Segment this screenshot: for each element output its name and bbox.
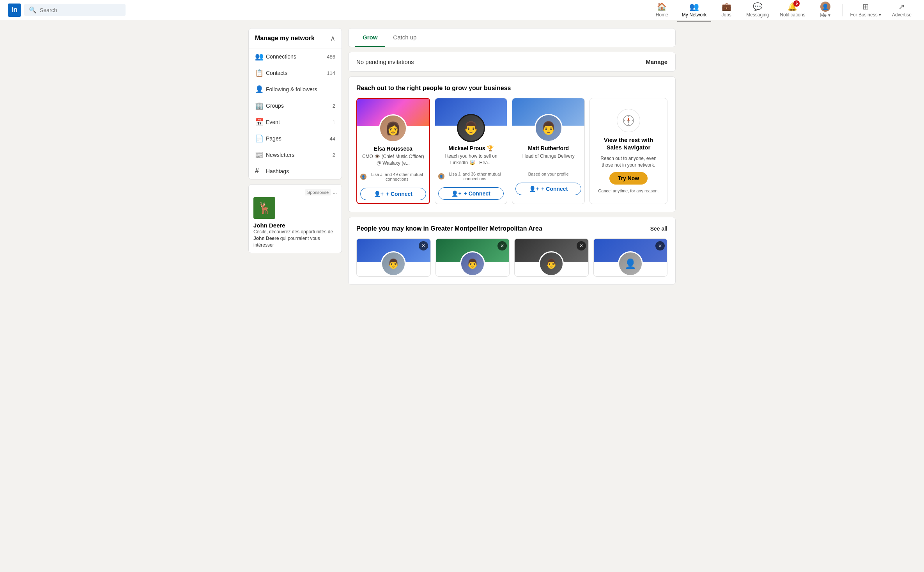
nav-item-my-network[interactable]: 👥 My Network [677, 0, 711, 21]
messaging-icon: 💬 [753, 2, 763, 11]
search-icon: 🔍 [29, 6, 37, 14]
nav-item-jobs[interactable]: 💼 Jobs [713, 0, 740, 21]
sidebar-item-following[interactable]: 👤 Following & followers [249, 81, 342, 98]
nav-label-jobs: Jobs [722, 12, 731, 18]
tabs-row: Grow Catch up [355, 28, 669, 47]
sidebar-item-contacts[interactable]: 📋 Contacts 114 [249, 65, 342, 81]
notifications-badge: 6 [793, 0, 800, 7]
elsa-name: Elsa Rousseca [371, 146, 416, 152]
person-card-matt: 👨 Matt Rutherford Head of Change Deliver… [512, 98, 585, 204]
know-avatar-1: 👨 [381, 251, 406, 276]
connect-button-mickael[interactable]: 👤+ + Connect [438, 187, 504, 200]
sidebar-item-events[interactable]: 📅 Event 1 [249, 114, 342, 130]
hashtags-icon: # [255, 167, 266, 175]
nav-label-messaging: Messaging [746, 12, 769, 18]
nav-item-notifications[interactable]: 🔔 6 Notifications [775, 0, 810, 21]
know-close-button-1[interactable]: ✕ [419, 241, 428, 250]
nav-label-notifications: Notifications [780, 12, 805, 18]
pages-icon: 📄 [255, 134, 266, 143]
sponsor-badge-text: Sponsorisé [305, 189, 331, 195]
sales-nav-description: Reach out to anyone, even those not in y… [596, 155, 661, 169]
know-close-button-3[interactable]: ✕ [577, 241, 586, 250]
people-cards: 👩 Elsa Rousseca CMO 👁️ (Chief Music Offi… [356, 98, 667, 204]
contacts-count: 114 [327, 70, 335, 76]
know-person-card-1: ✕ 👨 [356, 238, 431, 277]
connect-icon-elsa: 👤+ [374, 191, 384, 197]
for-business-icon: ⊞ [862, 2, 869, 11]
invitations-card: No pending invitations Manage [348, 52, 676, 72]
sponsor-logo: 🦌 [253, 197, 275, 219]
try-now-button[interactable]: Try Now [609, 172, 648, 185]
person-card-elsa: 👩 Elsa Rousseca CMO 👁️ (Chief Music Offi… [356, 98, 430, 204]
events-label: Event [266, 119, 333, 125]
events-icon: 📅 [255, 118, 266, 126]
events-count: 1 [333, 119, 335, 125]
nav-label-me: Me ▾ [820, 12, 830, 18]
nav-item-for-business[interactable]: ⊞ For Business ▾ [846, 0, 886, 21]
sidebar-item-groups[interactable]: 🏢 Groups 2 [249, 98, 342, 114]
person-card-mickael: 👨 Mickael Prous 🏆 I teach you how to sel… [435, 98, 508, 204]
me-avatar: 👤 [820, 2, 830, 12]
know-close-button-2[interactable]: ✕ [497, 241, 507, 250]
sponsor-dots[interactable]: ... [333, 189, 337, 195]
sponsor-name: John Deere [253, 222, 337, 229]
nav-item-home[interactable]: 🏠 Home [648, 0, 676, 21]
following-label: Following & followers [266, 86, 335, 92]
sponsor-card: Sponsorisé ... 🦌 John Deere Cécile, déco… [248, 184, 342, 253]
sponsor-brand: John Deere [253, 236, 279, 241]
sidebar-item-hashtags[interactable]: # Hashtags [249, 163, 342, 179]
manage-network-header[interactable]: Manage my network ∧ [249, 28, 342, 48]
connect-button-matt[interactable]: 👤+ + Connect [515, 183, 581, 195]
know-avatar-2: 👨 [460, 251, 485, 276]
search-bar[interactable]: 🔍 [24, 4, 126, 16]
invitations-text: No pending invitations [356, 59, 414, 65]
main-nav: 🏠 Home 👥 My Network 💼 Jobs 💬 Messaging 🔔… [648, 0, 916, 22]
sales-cancel-text: Cancel anytime, for any reason. [598, 188, 658, 193]
grow-card-title: Reach out to the right people to grow yo… [356, 85, 667, 92]
sidebar-item-newsletters[interactable]: 📰 Newsletters 2 [249, 147, 342, 163]
tab-catchup[interactable]: Catch up [385, 28, 424, 47]
sales-nav-title: View the rest with Sales Navigator [596, 136, 661, 151]
advertise-icon: ↗ [898, 2, 905, 11]
main-layout: Manage my network ∧ 👥 Connections 486 📋 … [242, 28, 682, 285]
people-you-may-know-card: People you may know in Greater Montpelli… [348, 217, 676, 285]
know-card-header: People you may know in Greater Montpelli… [356, 225, 667, 232]
know-close-button-4[interactable]: ✕ [655, 241, 665, 250]
sponsor-description: Cécile, découvrez des opportunités de Jo… [253, 229, 337, 248]
know-avatar-3: 👨 [539, 251, 564, 276]
sales-navigator-card: View the rest with Sales Navigator Reach… [589, 98, 667, 204]
manage-network-card: Manage my network ∧ 👥 Connections 486 📋 … [248, 28, 342, 179]
newsletters-label: Newsletters [266, 152, 333, 158]
sidebar-item-pages[interactable]: 📄 Pages 44 [249, 130, 342, 147]
my-network-icon: 👥 [689, 2, 699, 11]
linkedin-logo[interactable]: in [8, 4, 21, 17]
chevron-up-icon: ∧ [330, 34, 335, 43]
elsa-mutual: 👤 Lisa J. and 49 other mutual connection… [357, 172, 429, 185]
know-person-card-4: ✕ 👤 [593, 238, 668, 277]
mickael-mutual-avatar: 👤 [438, 173, 444, 179]
search-input[interactable] [40, 7, 121, 13]
manage-link[interactable]: Manage [646, 59, 667, 65]
pages-count: 44 [330, 136, 335, 142]
nav-label-my-network: My Network [682, 12, 706, 18]
see-all-link[interactable]: See all [650, 226, 667, 232]
nav-item-advertise[interactable]: ↗ Advertise [887, 0, 916, 21]
matt-avatar: 👨 [535, 114, 563, 142]
connect-label-elsa: + Connect [386, 191, 412, 197]
groups-label: Groups [266, 103, 333, 109]
connect-label-matt: + Connect [541, 186, 568, 192]
sidebar-item-connections[interactable]: 👥 Connections 486 [249, 48, 342, 65]
grow-card: Reach out to the right people to grow yo… [348, 76, 676, 212]
nav-item-me[interactable]: 👤 Me ▾ [812, 0, 839, 22]
connect-button-elsa[interactable]: 👤+ + Connect [360, 188, 426, 200]
connections-icon: 👥 [255, 52, 266, 61]
connections-count: 486 [327, 54, 335, 60]
know-person-card-2: ✕ 👨 [435, 238, 510, 277]
nav-item-messaging[interactable]: 💬 Messaging [742, 0, 774, 21]
sales-nav-compass-icon [617, 109, 640, 132]
tab-grow[interactable]: Grow [355, 28, 385, 47]
mickael-avatar-wrap: 👨 [457, 114, 485, 142]
mickael-avatar: 👨 [457, 114, 485, 142]
know-avatar-wrap-4: 👤 [594, 251, 667, 276]
mickael-title: I teach you how to sell on LinkedIn 🤯 - … [435, 153, 507, 169]
